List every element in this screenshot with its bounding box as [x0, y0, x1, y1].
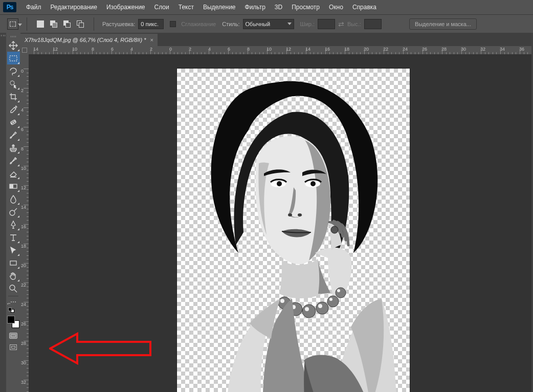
options-bar: Растушевка: 0 пикс. Сглаживание Стиль: О…: [0, 14, 533, 33]
ruler-v-label: 16: [21, 224, 26, 229]
crop-tool[interactable]: [7, 90, 20, 103]
ruler-v-label: 10: [21, 166, 26, 171]
zoom-tool[interactable]: [7, 282, 20, 295]
menu-layers[interactable]: Слои: [150, 0, 174, 14]
marquee-tool[interactable]: [7, 52, 20, 64]
document-tab-title: X7hv18JqdQM.jpg @ 66,7% (Слой 4, RGB/8#)…: [25, 37, 146, 43]
move-tool[interactable]: [7, 39, 20, 52]
blur-tool[interactable]: [7, 192, 20, 205]
annotation-arrow: [49, 331, 151, 366]
feather-input[interactable]: 0 пикс.: [138, 19, 164, 29]
document-tab[interactable]: X7hv18JqdQM.jpg @ 66,7% (Слой 4, RGB/8#)…: [20, 34, 158, 46]
gradient-tool[interactable]: [7, 180, 20, 192]
svg-point-28: [337, 289, 340, 292]
svg-point-15: [288, 213, 292, 216]
style-select[interactable]: Обычный: [243, 19, 294, 29]
brush-tool[interactable]: [7, 128, 20, 141]
svg-point-19: [302, 304, 316, 318]
ruler-v-label: 20: [21, 263, 26, 268]
menu-filter[interactable]: Фильтр: [240, 0, 270, 14]
history-brush-tool[interactable]: [7, 154, 20, 167]
svg-rect-7: [10, 184, 13, 188]
tools-panel-grip[interactable]: [6, 34, 20, 39]
add-selection-button[interactable]: [49, 19, 59, 29]
swap-colors-button[interactable]: ⤺: [7, 301, 18, 306]
height-input: [364, 19, 382, 29]
default-colors-button[interactable]: [8, 308, 14, 313]
menu-type[interactable]: Текст: [174, 0, 198, 14]
dodge-tool[interactable]: [7, 205, 20, 218]
ruler-v-label: 28: [21, 341, 26, 346]
ruler-v-label: 32: [21, 380, 26, 385]
panel-dock-left[interactable]: [0, 33, 6, 392]
svg-point-21: [327, 296, 339, 307]
style-label: Стиль:: [222, 21, 239, 27]
antialias-checkbox: [170, 21, 176, 27]
tools-panel: ⋯ ⤺: [6, 33, 20, 392]
canvas-viewport[interactable]: 1412108642024681012141618202224262830323…: [20, 46, 531, 392]
ruler-v-label: 12: [21, 185, 26, 190]
svg-point-26: [318, 304, 322, 308]
screen-mode-button[interactable]: [8, 342, 19, 352]
clone-stamp-tool[interactable]: [7, 141, 20, 154]
menu-3d[interactable]: 3D: [270, 0, 287, 14]
quick-select-tool[interactable]: [7, 77, 20, 90]
tool-preset-picker[interactable]: [7, 18, 18, 30]
path-select-tool[interactable]: [7, 244, 20, 256]
menu-help[interactable]: Справка: [348, 0, 381, 14]
menu-file[interactable]: Файл: [21, 0, 46, 14]
menu-view[interactable]: Просмотр: [287, 0, 324, 14]
height-label: Выс.:: [347, 21, 361, 27]
workspace: ⋯ ⤺ X7hv18JqdQM.jpg @ 66,7% (Слой 4, RGB…: [0, 33, 533, 392]
color-swatch[interactable]: [7, 316, 19, 328]
svg-point-16: [298, 213, 302, 216]
pen-tool[interactable]: [7, 218, 20, 231]
eyedropper-tool[interactable]: [7, 103, 20, 116]
subtract-selection-button[interactable]: [62, 19, 72, 29]
vertical-ruler[interactable]: 02468101214161820222426283032: [20, 54, 29, 392]
app-logo: Ps: [3, 2, 16, 12]
rectangle-tool[interactable]: [7, 256, 20, 269]
ruler-v-label: 26: [21, 321, 26, 326]
hand-tool[interactable]: [7, 269, 20, 282]
ruler-v-label: 24: [21, 302, 26, 307]
spot-heal-tool[interactable]: [7, 116, 20, 128]
document-area: X7hv18JqdQM.jpg @ 66,7% (Слой 4, RGB/8#)…: [20, 33, 531, 392]
foreground-color-swatch[interactable]: [7, 316, 15, 323]
menu-bar: Ps Файл Редактирование Изображение Слои …: [0, 0, 533, 14]
svg-point-27: [329, 298, 332, 301]
close-tab-button[interactable]: ×: [150, 37, 153, 43]
quick-mask-button[interactable]: [8, 331, 19, 340]
svg-point-3: [11, 123, 12, 124]
ruler-origin[interactable]: [20, 46, 29, 54]
ruler-v-label: 14: [21, 205, 26, 210]
svg-point-22: [336, 288, 346, 298]
menu-edit[interactable]: Редактирование: [46, 0, 102, 14]
type-tool[interactable]: [7, 231, 20, 244]
ruler-v-label: 30: [21, 360, 26, 365]
intersect-selection-button[interactable]: [75, 19, 85, 29]
ruler-v-label: 4: [21, 107, 24, 113]
svg-point-14: [310, 181, 316, 186]
svg-point-23: [280, 299, 284, 303]
horizontal-ruler[interactable]: 1412108642024681012141618202224262830323…: [29, 46, 531, 54]
width-label: Шир.:: [300, 21, 315, 27]
menu-select[interactable]: Выделение: [198, 0, 240, 14]
menu-window[interactable]: Окно: [324, 0, 348, 14]
canvas[interactable]: [177, 69, 410, 392]
lasso-tool[interactable]: [7, 64, 20, 77]
ruler-v-label: 0: [21, 69, 24, 74]
eraser-tool[interactable]: [7, 167, 20, 180]
new-selection-button[interactable]: [35, 19, 46, 29]
select-and-mask-button[interactable]: Выделение и маска...: [409, 18, 477, 30]
ruler-v-label: 22: [21, 282, 26, 288]
svg-point-8: [10, 210, 15, 215]
swap-wh-icon: ⇄: [338, 20, 344, 28]
svg-rect-0: [10, 56, 17, 61]
svg-point-13: [277, 181, 282, 186]
ruler-v-label: 8: [21, 146, 24, 151]
selection-mode-group: [35, 19, 85, 29]
menu-image[interactable]: Изображение: [102, 0, 150, 14]
svg-point-20: [316, 302, 328, 314]
ruler-v-label: 6: [21, 127, 24, 132]
